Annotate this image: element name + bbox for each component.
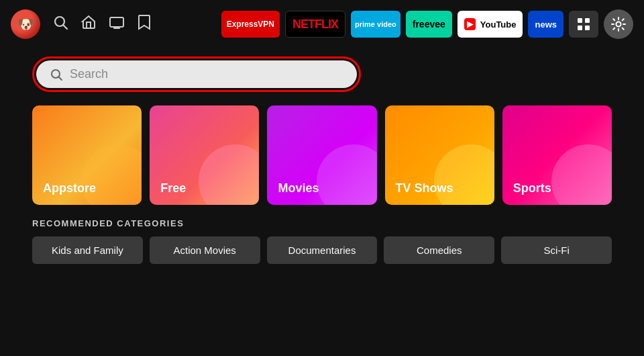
cards-grid: Appstore Free Movies TV Shows Sports (32, 105, 612, 205)
app-expressvpn-button[interactable]: ExpressVPN (221, 11, 280, 38)
news-label: news (535, 19, 557, 30)
app-settings-button[interactable] (604, 9, 633, 39)
card-appstore-label: Appstore (43, 181, 96, 195)
freevee-label: freevee (413, 19, 445, 30)
card-tvshows-label: TV Shows (396, 181, 453, 195)
home-icon[interactable] (80, 14, 97, 34)
avatar[interactable]: 🐶 (11, 9, 40, 39)
app-youtube-button[interactable]: ▶ YouTube (458, 11, 523, 38)
svg-rect-2 (110, 17, 123, 27)
category-pill-documentaries[interactable]: Documentaries (267, 236, 378, 264)
youtube-logo-icon: ▶ (464, 18, 476, 30)
cards-section: Appstore Free Movies TV Shows Sports (0, 103, 644, 205)
search-wrapper: Search (32, 56, 361, 92)
app-netflix-button[interactable]: NETFLIX (285, 11, 345, 38)
bookmark-icon[interactable] (137, 14, 152, 34)
svg-line-11 (59, 77, 62, 80)
category-pill-comedies[interactable]: Comedies (384, 236, 494, 264)
category-pill-action-movies[interactable]: Action Movies (150, 236, 260, 264)
svg-rect-5 (578, 18, 582, 23)
card-sports-label: Sports (513, 181, 551, 195)
app-freevee-button[interactable]: freevee (406, 11, 452, 38)
prime-label: prime video (355, 20, 396, 28)
category-pill-sci-fi[interactable]: Sci-Fi (501, 236, 612, 264)
netflix-label: NETFLIX (292, 17, 338, 32)
app-news-button[interactable]: news (528, 11, 564, 38)
search-section: Search (0, 48, 644, 103)
search-bar[interactable]: Search (36, 60, 357, 88)
youtube-label: YouTube (480, 19, 517, 30)
card-movies-label: Movies (278, 181, 319, 195)
svg-rect-7 (578, 26, 582, 30)
svg-point-9 (616, 22, 621, 27)
search-nav-icon[interactable] (52, 14, 68, 34)
category-pill-kids-and-family[interactable]: Kids and Family (32, 236, 143, 264)
header-left: 🐶 (11, 9, 152, 39)
header: 🐶 ExpressVPN (0, 0, 644, 48)
header-apps: ExpressVPN NETFLIX prime video freevee ▶… (221, 9, 633, 39)
recommended-section: RECOMMENDED CATEGORIES Kids and Family A… (0, 205, 644, 264)
svg-line-1 (64, 26, 68, 30)
recommended-title: RECOMMENDED CATEGORIES (32, 218, 612, 228)
category-pills: Kids and Family Action Movies Documentar… (32, 236, 612, 264)
app-prime-button[interactable]: prime video (351, 11, 400, 38)
svg-rect-8 (585, 26, 590, 30)
card-movies[interactable]: Movies (267, 105, 376, 205)
card-tvshows[interactable]: TV Shows (385, 105, 494, 205)
expressvpn-label: ExpressVPN (227, 19, 274, 29)
card-free[interactable]: Free (150, 105, 259, 205)
search-icon (50, 68, 63, 81)
svg-rect-6 (585, 18, 590, 23)
search-placeholder: Search (70, 67, 108, 81)
app-grid-button[interactable] (569, 11, 598, 38)
card-sports[interactable]: Sports (502, 105, 612, 205)
tv-icon[interactable] (109, 14, 125, 34)
card-free-label: Free (160, 181, 186, 195)
card-appstore[interactable]: Appstore (32, 105, 142, 205)
